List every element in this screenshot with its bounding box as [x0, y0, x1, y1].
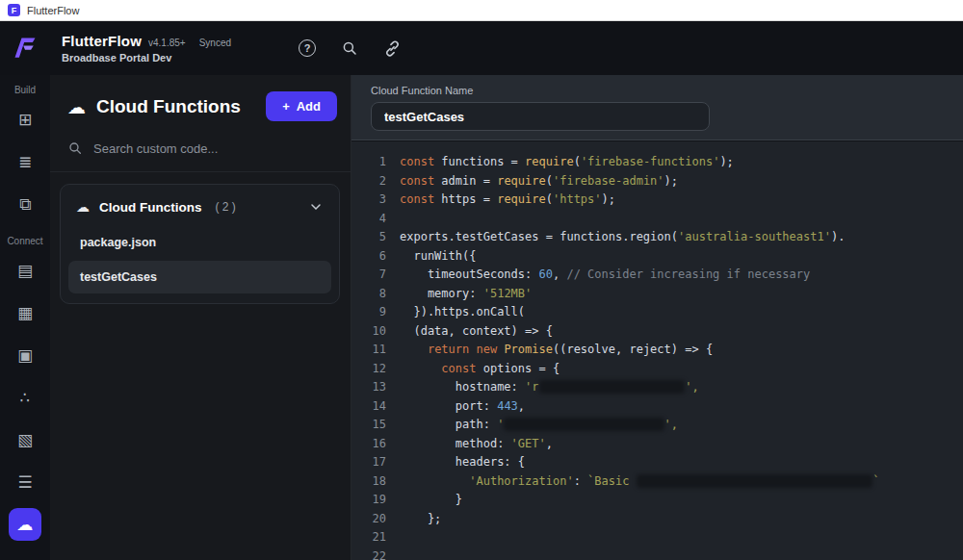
list-item-package.json[interactable]: package.json: [68, 226, 331, 259]
rail-section-label: Build: [14, 85, 36, 95]
widget-tree-icon[interactable]: ≣: [9, 145, 41, 178]
code-line[interactable]: 18 'Authorization': `Basic xxxxxxxxxxxxx…: [351, 472, 963, 492]
code-line[interactable]: 4: [351, 210, 963, 229]
code-token: https =: [441, 192, 497, 206]
chevron-down-icon[interactable]: [308, 199, 324, 215]
code-token: memory:: [400, 287, 483, 300]
line-number: 10: [351, 322, 386, 342]
code-line[interactable]: 3const https = require('https');: [351, 191, 963, 210]
code-line[interactable]: 19 }: [351, 491, 963, 510]
code-token: path:: [400, 418, 497, 431]
line-number: 17: [351, 453, 386, 472]
code-line[interactable]: 10 (data, context) => {: [351, 322, 963, 342]
code-token: require: [497, 174, 546, 188]
integrations-icon[interactable]: ∴: [9, 381, 41, 414]
rail-section-label: Connect: [7, 236, 42, 246]
link-icon[interactable]: [383, 39, 402, 58]
code-line[interactable]: 2const admin = require('firebase-admin')…: [351, 172, 963, 191]
functions-group-header[interactable]: ☁ Cloud Functions ( 2 ): [68, 192, 331, 224]
flutterflow-logo[interactable]: [0, 35, 50, 62]
code-token: 'GET': [511, 437, 546, 450]
code-token: :: [574, 474, 587, 488]
tests-icon[interactable]: ✓: [9, 550, 41, 560]
ui-builder-icon[interactable]: ⊞: [9, 103, 41, 136]
line-content: exports.testGetCases = functions.region(…: [386, 228, 845, 247]
code-line[interactable]: 17 headers: {: [351, 453, 963, 472]
help-icon[interactable]: ?: [299, 39, 316, 57]
app-state-icon[interactable]: ▣: [9, 339, 41, 371]
line-content: 'Authorization': `Basic xxxxxxxxxxxxxxxx…: [386, 472, 880, 492]
function-name-input[interactable]: [371, 102, 710, 131]
data-schema-icon[interactable]: ▦: [9, 296, 41, 329]
line-number: 16: [351, 435, 386, 454]
app-window: F FlutterFlow FlutterFlow v4.1.85+ Synce…: [0, 0, 963, 560]
window-title: FlutterFlow: [27, 5, 79, 16]
code-token: (data, context) => {: [400, 324, 553, 338]
code-token: ',: [664, 418, 678, 431]
code-token: 'firebase-functions': [581, 155, 720, 168]
search-input[interactable]: [93, 141, 305, 156]
code-token: 60: [539, 267, 553, 281]
code-token: };: [400, 512, 441, 525]
code-editor[interactable]: 1const functions = require('firebase-fun…: [351, 141, 963, 560]
line-content: [386, 210, 400, 229]
code-line[interactable]: 12 const options = {: [351, 360, 963, 379]
code-line[interactable]: 16 method: 'GET',: [351, 435, 963, 454]
left-rail: Build⊞≣⧉Connect▤▦▣∴▧☰☁✓: [0, 75, 50, 560]
code-token: (: [546, 192, 553, 206]
add-function-button[interactable]: + Add: [266, 91, 337, 121]
code-line[interactable]: 7 timeoutSeconds: 60, // Consider increa…: [351, 266, 963, 285]
redacted-text: xxxxxxxxxxxxxxxxxxxxx: [539, 380, 686, 394]
logs-icon[interactable]: ☰: [9, 466, 41, 498]
list-item-testGetCases[interactable]: testGetCases: [68, 261, 331, 293]
line-content: const functions = require('firebase-func…: [386, 153, 734, 172]
code-token: ).: [831, 230, 845, 243]
code-line[interactable]: 5exports.testGetCases = functions.region…: [351, 228, 963, 247]
code-token: return new: [428, 343, 504, 356]
code-line[interactable]: 9 }).https.onCall(: [351, 303, 963, 322]
code-token: headers: {: [400, 455, 525, 469]
code-line[interactable]: 13 hostname: 'rxxxxxxxxxxxxxxxxxxxxx',: [351, 378, 963, 397]
code-line[interactable]: 15 path: 'xxxxxxxxxxxxxxxxxxxxxxx',: [351, 416, 963, 435]
line-content: path: 'xxxxxxxxxxxxxxxxxxxxxxx',: [386, 416, 678, 435]
code-line[interactable]: 20 };: [351, 510, 963, 529]
line-content: [386, 528, 400, 547]
panel-title: Cloud Functions: [96, 96, 241, 117]
code-token: [400, 362, 441, 375]
code-token: require: [525, 155, 574, 168]
pages-icon[interactable]: ⧉: [9, 188, 41, 220]
line-number: 20: [351, 510, 386, 529]
function-name-label: Cloud Function Name: [371, 85, 944, 96]
cloud-icon: ☁: [67, 96, 86, 117]
code-token: '512MB': [483, 287, 533, 300]
code-line[interactable]: 1const functions = require('firebase-fun…: [351, 153, 963, 172]
code-token: 443: [497, 399, 518, 413]
line-number: 7: [351, 266, 386, 285]
line-content: [386, 547, 400, 560]
line-number: 12: [351, 360, 386, 379]
line-content: headers: {: [386, 453, 525, 472]
code-token: 'r: [525, 380, 538, 394]
code-line[interactable]: 6 runWith({: [351, 247, 963, 267]
code-line[interactable]: 11 return new Promise((resolve, reject) …: [351, 341, 963, 360]
code-token: const: [400, 155, 441, 168]
code-token: const: [400, 192, 441, 206]
group-title: Cloud Functions: [99, 200, 201, 215]
search-icon[interactable]: [341, 39, 358, 57]
media-assets-icon[interactable]: ▧: [9, 423, 41, 456]
code-line[interactable]: 8 memory: '512MB': [351, 285, 963, 304]
database-icon[interactable]: ▤: [9, 254, 41, 287]
code-token: 'https': [553, 192, 602, 206]
code-line[interactable]: 22: [351, 547, 963, 560]
line-content: const options = {: [386, 360, 560, 379]
line-number: 2: [351, 172, 386, 191]
line-content: port: 443,: [386, 397, 525, 417]
code-token: ,: [518, 399, 525, 413]
code-line[interactable]: 14 port: 443,: [351, 397, 963, 417]
window-titlebar: F FlutterFlow: [0, 0, 963, 21]
project-info: FlutterFlow v4.1.85+ Synced Broadbase Po…: [62, 33, 231, 64]
code-token: exports.testGetCases = functions.region(: [400, 230, 678, 243]
code-line[interactable]: 21: [351, 528, 963, 547]
code-token: require: [497, 192, 546, 206]
cloud-functions-icon[interactable]: ☁: [9, 508, 41, 541]
